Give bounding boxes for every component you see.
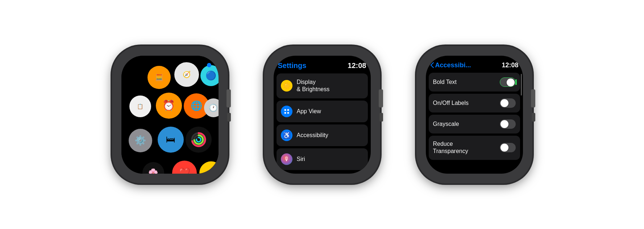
svg-point-9: [287, 112, 289, 114]
display-icon: ☀️: [281, 80, 292, 92]
grayscale-knob: [500, 120, 508, 128]
accessibility-screen: Accessibi... 12:08 Bold Text On/Off: [426, 56, 523, 174]
on-off-labels-knob: [500, 99, 508, 107]
settings-time: 12:08: [348, 62, 366, 70]
sleep-icon[interactable]: 🛏: [158, 127, 184, 153]
on-off-labels-toggle[interactable]: [500, 98, 516, 108]
watch-case-2: Settings 12:08 ☀️ Display& Brightness: [264, 46, 380, 183]
mindfulness-icon[interactable]: 🔵: [200, 65, 219, 86]
reduce-transparency-knob: [500, 144, 508, 152]
heart-rate-icon[interactable]: ❤️: [172, 161, 197, 174]
svg-point-7: [287, 109, 289, 111]
accessibility-label: Accessibility: [297, 132, 328, 139]
bold-text-knob: [507, 79, 515, 86]
watch-case-1: 🧮 🧭 🔵 📋 ⏰ 🌐 🕐 ⚙️ 🛏: [112, 46, 228, 183]
calculator-icon[interactable]: 🧮: [148, 66, 171, 89]
siri-label: Siri: [297, 156, 305, 162]
settings-display-item[interactable]: ☀️ Display& Brightness: [277, 73, 368, 99]
on-off-labels-item[interactable]: On/Off Labels: [429, 94, 520, 113]
watch-screen-1: 🧮 🧭 🔵 📋 ⏰ 🌐 🕐 ⚙️ 🛏: [121, 56, 219, 174]
watch-button-3[interactable]: [532, 113, 535, 122]
settings-header: Settings 12:08: [277, 59, 368, 73]
acc-header: Accessibi... 12:08: [429, 59, 520, 73]
bluetooth-icon: [207, 63, 211, 67]
settings-accessibility-item[interactable]: ♿ Accessibility: [277, 124, 368, 146]
grayscale-item[interactable]: Grayscale: [429, 115, 520, 133]
watch-button-2[interactable]: [379, 113, 383, 122]
bold-text-toggle[interactable]: [500, 77, 516, 87]
acc-title: Accessibi...: [435, 62, 471, 69]
settings-icon[interactable]: ⚙️: [129, 129, 152, 152]
grayscale-label: Grayscale: [433, 121, 459, 127]
watch-case-3: Accessibi... 12:08 Bold Text On/Off: [416, 46, 532, 183]
activity-icon[interactable]: [186, 127, 212, 153]
svg-point-6: [284, 109, 286, 111]
watch-screen-3: Accessibi... 12:08 Bold Text On/Off: [426, 56, 523, 174]
maps-icon[interactable]: 🧭: [174, 62, 199, 87]
settings-appview-item[interactable]: App View: [277, 101, 368, 122]
back-button[interactable]: Accessibi...: [430, 62, 471, 69]
on-off-labels-label: On/Off Labels: [433, 100, 469, 106]
acc-time: 12:08: [502, 62, 518, 69]
reduce-transparency-item[interactable]: ReduceTransparency: [429, 136, 520, 160]
bold-text-item[interactable]: Bold Text: [429, 73, 520, 92]
reduce-transparency-toggle[interactable]: [500, 143, 516, 152]
settings-title: Settings: [278, 62, 307, 70]
settings-screen: Settings 12:08 ☀️ Display& Brightness: [274, 56, 371, 174]
watch-button-1[interactable]: [227, 113, 231, 122]
watch-2: Settings 12:08 ☀️ Display& Brightness: [253, 31, 391, 198]
reminders-icon[interactable]: 📋: [129, 96, 151, 117]
app-grid: 🧮 🧭 🔵 📋 ⏰ 🌐 🕐 ⚙️ 🛏: [121, 56, 219, 174]
display-label: Display& Brightness: [297, 79, 330, 94]
siri-icon: 🎙: [281, 153, 292, 165]
appview-label: App View: [297, 108, 321, 115]
reduce-transparency-label: ReduceTransparency: [433, 140, 468, 156]
watch-crown-1[interactable]: [227, 89, 231, 107]
appview-icon: [281, 106, 292, 117]
grayscale-toggle[interactable]: [500, 119, 516, 129]
breathe-icon[interactable]: 🌸: [142, 162, 164, 174]
alarm-icon[interactable]: ⏰: [156, 93, 182, 119]
watch-screen-2: Settings 12:08 ☀️ Display& Brightness: [274, 56, 371, 174]
bold-text-indicator: [515, 79, 517, 85]
watch-crown-2[interactable]: [379, 89, 383, 107]
bold-text-label: Bold Text: [433, 79, 457, 85]
svg-point-8: [284, 112, 286, 114]
watch-1: 🧮 🧭 🔵 📋 ⏰ 🌐 🕐 ⚙️ 🛏: [101, 31, 239, 198]
settings-siri-item[interactable]: 🎙 Siri: [277, 148, 368, 170]
hearing-icon[interactable]: 👂: [199, 161, 219, 174]
scrollbar: [521, 74, 522, 96]
watch-3: Accessibi... 12:08 Bold Text On/Off: [406, 31, 543, 198]
accessibility-icon: ♿: [281, 130, 292, 141]
watch-crown-3[interactable]: [531, 89, 535, 107]
